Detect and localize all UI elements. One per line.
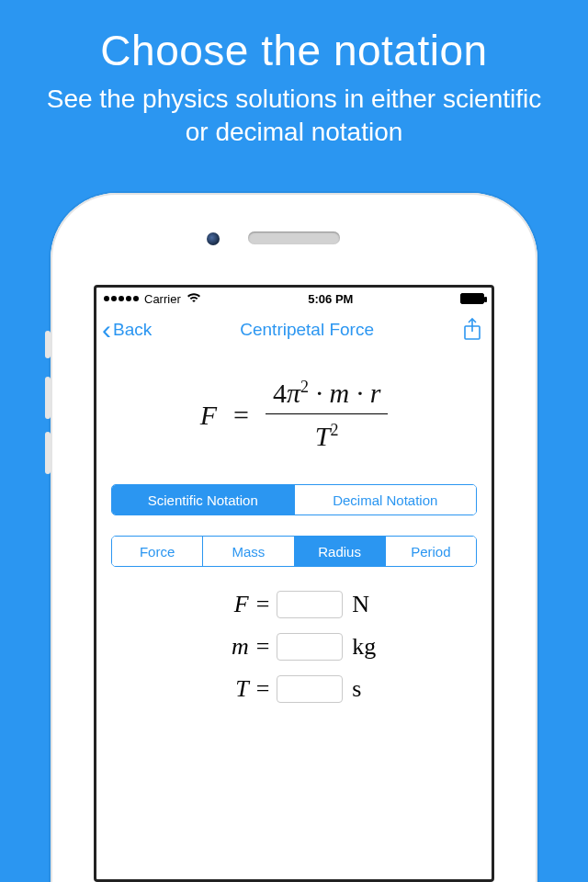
phone-side-button bbox=[45, 432, 51, 474]
back-button[interactable]: ‹ Back bbox=[102, 320, 152, 340]
status-bar: Carrier 5:06 PM bbox=[96, 288, 492, 310]
unit-label: s bbox=[343, 675, 379, 703]
formula-display: F = 4π2 · m · r T2 bbox=[96, 350, 492, 475]
value-input[interactable] bbox=[277, 675, 343, 703]
input-row: T=s bbox=[209, 675, 380, 703]
notation-tab-scientific-notation[interactable]: Scientific Notation bbox=[112, 485, 294, 514]
variable-tab-mass[interactable]: Mass bbox=[202, 537, 293, 566]
variable-tab-force[interactable]: Force bbox=[112, 537, 202, 566]
signal-dots-icon bbox=[104, 296, 139, 301]
variable-segmented-control: ForceMassRadiusPeriod bbox=[111, 536, 477, 567]
promo-title: Choose the notation bbox=[0, 0, 588, 75]
input-row: F=N bbox=[209, 591, 380, 618]
page-title: Centripetal Force bbox=[240, 320, 374, 340]
phone-side-button bbox=[45, 377, 51, 419]
formula-denominator: T2 bbox=[266, 414, 388, 458]
variable-label: m bbox=[209, 633, 249, 661]
input-row: m=kg bbox=[209, 633, 380, 661]
phone-speaker bbox=[248, 232, 340, 244]
chevron-left-icon: ‹ bbox=[102, 320, 111, 340]
phone-screen: Carrier 5:06 PM ‹ Back Centripetal Force bbox=[94, 285, 494, 882]
phone-side-button bbox=[45, 331, 51, 358]
phone-camera bbox=[207, 232, 220, 245]
formula-numerator: 4π2 · m · r bbox=[266, 372, 388, 414]
status-time: 5:06 PM bbox=[308, 292, 353, 306]
promo-subtitle: See the physics solutions in either scie… bbox=[0, 75, 588, 150]
input-rows: F=Nm=kgT=s bbox=[96, 591, 492, 703]
unit-label: N bbox=[343, 591, 379, 618]
notation-tab-decimal-notation[interactable]: Decimal Notation bbox=[294, 485, 477, 514]
value-input[interactable] bbox=[277, 633, 343, 661]
unit-label: kg bbox=[343, 633, 379, 661]
equals-label: = bbox=[249, 591, 277, 618]
notation-segmented-control: Scientific NotationDecimal Notation bbox=[111, 484, 477, 515]
equals-label: = bbox=[249, 675, 277, 703]
variable-tab-period[interactable]: Period bbox=[385, 537, 476, 566]
formula-lhs: F bbox=[200, 400, 217, 431]
navigation-bar: ‹ Back Centripetal Force bbox=[96, 310, 492, 350]
value-input[interactable] bbox=[277, 591, 343, 618]
share-icon bbox=[462, 318, 482, 342]
variable-tab-radius[interactable]: Radius bbox=[294, 537, 385, 566]
battery-icon bbox=[460, 293, 484, 304]
carrier-label: Carrier bbox=[144, 292, 181, 306]
back-label: Back bbox=[113, 320, 152, 340]
share-button[interactable] bbox=[462, 318, 482, 342]
phone-mock: Carrier 5:06 PM ‹ Back Centripetal Force bbox=[51, 193, 537, 882]
variable-label: F bbox=[209, 591, 249, 618]
equals-label: = bbox=[249, 633, 277, 661]
wifi-icon bbox=[187, 291, 201, 306]
variable-label: T bbox=[209, 675, 249, 703]
